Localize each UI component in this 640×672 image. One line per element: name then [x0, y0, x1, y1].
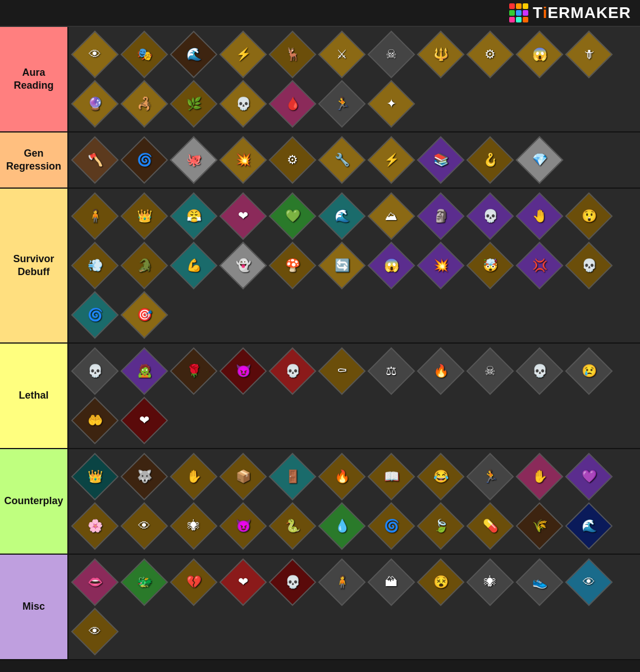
perk-fire[interactable]: 🔥: [417, 347, 465, 395]
perk-drip[interactable]: 💧: [318, 502, 366, 550]
perk-eye2[interactable]: 👁: [120, 502, 168, 550]
perk-tentacles[interactable]: 🐙: [170, 136, 218, 184]
perk-surprise[interactable]: 😲: [565, 192, 613, 240]
perk-wheat[interactable]: 🌾: [515, 502, 564, 550]
perk-gem[interactable]: 💎: [515, 136, 564, 184]
perk-door[interactable]: 🚪: [268, 452, 317, 501]
perk-blood-drop[interactable]: 🩸: [268, 80, 317, 128]
perk-wolf[interactable]: 🐺: [120, 452, 168, 501]
perk-runner2[interactable]: 🏃: [466, 452, 514, 501]
perk-vortex[interactable]: 🌀: [367, 502, 415, 550]
perk-swirl[interactable]: 🌀: [71, 291, 119, 339]
perk-cog[interactable]: ⚙: [268, 136, 317, 184]
perk-runner[interactable]: 🏃: [318, 80, 366, 128]
perk-pale-skull[interactable]: 💀: [71, 347, 119, 395]
perk-red-skull[interactable]: 💀: [268, 347, 317, 395]
perk-mountain[interactable]: ⛰: [367, 192, 415, 240]
perk-teal-crown[interactable]: 👑: [71, 452, 119, 501]
perk-book[interactable]: 📚: [417, 136, 465, 184]
perk-trident[interactable]: 🔱: [417, 30, 465, 79]
perk-explosion2[interactable]: 💥: [417, 241, 465, 290]
perk-pill[interactable]: 💊: [466, 502, 514, 550]
perk-lightning[interactable]: ⚡: [367, 136, 415, 184]
perk-muscle[interactable]: 💪: [170, 241, 218, 290]
perk-wave[interactable]: 🌊: [318, 192, 366, 240]
perk-laugh[interactable]: 😂: [417, 452, 465, 501]
perk-dagger[interactable]: 🗡: [565, 30, 613, 79]
perk-ghostface[interactable]: 🎭: [120, 30, 168, 79]
perk-horror[interactable]: 😱: [515, 30, 564, 79]
perk-mindblown[interactable]: 🤯: [466, 241, 514, 290]
perk-anger[interactable]: 💢: [515, 241, 564, 290]
perk-broken-heart[interactable]: 💔: [170, 558, 218, 606]
perk-orb[interactable]: 🔮: [71, 80, 119, 128]
perk-croc[interactable]: 🐊: [120, 241, 168, 290]
perk-flower[interactable]: 🌸: [71, 502, 119, 550]
perk-zombie[interactable]: 🧟: [120, 347, 168, 395]
perk-mouth[interactable]: 👄: [71, 558, 119, 606]
perk-crown[interactable]: 👑: [120, 192, 168, 240]
perk-red-heart[interactable]: ❤: [120, 396, 168, 445]
perk-eye3[interactable]: 👁: [565, 558, 613, 606]
perk-box[interactable]: 📦: [219, 452, 267, 501]
perk-devil2[interactable]: 😈: [219, 502, 267, 550]
perk-cycle[interactable]: 🔄: [318, 241, 366, 290]
perk-scream[interactable]: 😱: [367, 241, 415, 290]
perk-shoe[interactable]: 👟: [515, 558, 564, 606]
perk-skull2[interactable]: 💀: [466, 192, 514, 240]
perk-surge[interactable]: ⚡: [219, 30, 267, 79]
perk-scales[interactable]: ⚖: [367, 347, 415, 395]
perk-person2[interactable]: 🧍: [318, 558, 366, 606]
perk-vine[interactable]: 🌿: [170, 80, 218, 128]
perk-wind[interactable]: 💨: [71, 241, 119, 290]
perk-all-seeing2[interactable]: 👁: [71, 607, 119, 656]
perk-mountain2[interactable]: 🏔: [367, 558, 415, 606]
perk-woodcutter[interactable]: 🪓: [71, 136, 119, 184]
perk-explosion[interactable]: 💥: [219, 136, 267, 184]
perk-coffin[interactable]: ⚰: [318, 347, 366, 395]
perk-ghost[interactable]: 👻: [219, 241, 267, 290]
perk-deer[interactable]: 🦌: [268, 30, 317, 79]
perk-statue[interactable]: 🗿: [417, 192, 465, 240]
perk-wrench[interactable]: 🔧: [318, 136, 366, 184]
perk-scorpion[interactable]: 🦂: [120, 80, 168, 128]
perk-snake[interactable]: 🐍: [268, 502, 317, 550]
perk-heart2[interactable]: ❤: [219, 558, 267, 606]
perk-hook[interactable]: 🪝: [466, 136, 514, 184]
perk-devil[interactable]: 😈: [219, 347, 267, 395]
perk-skull5[interactable]: 💀: [268, 558, 317, 606]
perk-all-seeing[interactable]: 👁: [71, 30, 119, 79]
perk-skull4[interactable]: 💀: [515, 347, 564, 395]
perk-water[interactable]: 🌊: [565, 502, 613, 550]
perk-cross[interactable]: ⚔: [318, 30, 366, 79]
perk-symbol-skull3: 💀: [582, 258, 597, 273]
perk-heart[interactable]: ❤: [219, 192, 267, 240]
perk-flood[interactable]: 🌊: [170, 30, 218, 79]
perk-person[interactable]: 🧍: [71, 192, 119, 240]
perk-palm[interactable]: ✋: [170, 452, 218, 501]
perk-spiral[interactable]: 🌀: [120, 136, 168, 184]
perk-pink-hand[interactable]: ✋: [515, 452, 564, 501]
perk-leaf[interactable]: 🍃: [417, 502, 465, 550]
perk-rage[interactable]: 😤: [170, 192, 218, 240]
perk-rose[interactable]: 🌹: [170, 347, 218, 395]
perk-star[interactable]: ✦: [367, 80, 415, 128]
perk-dragon[interactable]: 🐲: [120, 558, 168, 606]
perk-dizzy[interactable]: 😵: [417, 558, 465, 606]
perk-target[interactable]: 🎯: [120, 291, 168, 339]
perk-hands[interactable]: 🤲: [71, 396, 119, 445]
perk-skull-crown[interactable]: ☠: [367, 30, 415, 79]
perk-mushroom[interactable]: 🍄: [268, 241, 317, 290]
perk-gear[interactable]: ⚙: [466, 30, 514, 79]
perk-spider[interactable]: 🕷: [170, 502, 218, 550]
perk-hand[interactable]: 🤚: [515, 192, 564, 240]
perk-book2[interactable]: 📖: [367, 452, 415, 501]
perk-flame[interactable]: 🔥: [318, 452, 366, 501]
perk-sad[interactable]: 😢: [565, 347, 613, 395]
perk-skull3[interactable]: 💀: [565, 241, 613, 290]
perk-green-heart[interactable]: 💚: [268, 192, 317, 240]
perk-spider2[interactable]: 🕷: [466, 558, 514, 606]
perk-purple-heart[interactable]: 💜: [565, 452, 613, 501]
perk-death[interactable]: 💀: [219, 80, 267, 128]
perk-crossbones[interactable]: ☠: [466, 347, 514, 395]
